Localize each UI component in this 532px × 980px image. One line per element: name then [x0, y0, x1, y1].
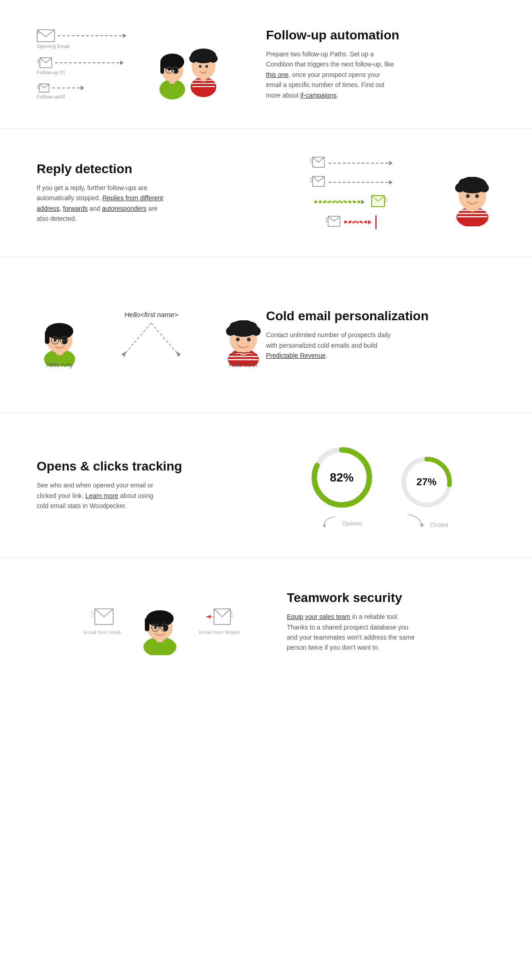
opens-clicks-text: Opens & clicks tracking See who and when…	[37, 459, 266, 511]
reply-arrow-4	[344, 220, 372, 224]
svg-point-36	[205, 65, 208, 68]
svg-marker-103	[420, 524, 424, 527]
follow-up-illustration: Opening Email	[37, 27, 266, 101]
teamwork-title: Teamwork security	[287, 591, 495, 605]
svg-rect-114	[145, 618, 149, 631]
amy-label: Hello Amy	[46, 361, 73, 368]
svg-point-35	[199, 65, 202, 68]
clicked-donut: 27%	[397, 452, 456, 512]
reply-flow-diagram	[266, 157, 436, 229]
predictable-revenue-link[interactable]: Predictable Revenue	[266, 352, 326, 359]
svg-marker-122	[207, 615, 211, 619]
learn-more-link[interactable]: Learn more	[86, 492, 119, 499]
svg-marker-81	[121, 351, 126, 357]
stop-indicator	[375, 215, 377, 229]
svg-marker-100	[323, 523, 325, 528]
reply-title: Reply detection	[37, 162, 266, 176]
reply-arrow-3	[314, 200, 365, 204]
reply-arrow-2	[329, 180, 393, 185]
clicked-chart-group: 27% Clicked	[397, 452, 456, 530]
reply-detection-section: Reply detection If you get a reply, furt…	[0, 129, 532, 257]
cold-email-description: Contact unlimited number of prospects da…	[266, 330, 395, 361]
envelope-r1	[309, 157, 325, 170]
clicked-label: Clicked	[430, 522, 448, 528]
svg-line-80	[151, 323, 179, 355]
opens-clicks-description: See who and when opened your email or cl…	[37, 480, 165, 511]
svg-point-78	[63, 339, 66, 342]
characters-svg	[149, 27, 223, 101]
characters-illustration	[149, 27, 223, 101]
envelope-wojtek	[206, 608, 233, 627]
teamwork-description: Equip your sales team in a reliable tool…	[287, 612, 415, 653]
follow-up-description: Prepare two follow-up Paths. Set up a Co…	[266, 49, 395, 100]
cold-email-text: Cold email personalization Contact unlim…	[266, 309, 496, 361]
john-character-personalization: Hello John	[220, 302, 266, 368]
svg-point-95	[252, 327, 261, 336]
cold-email-title: Cold email personalization	[266, 309, 496, 323]
opens-clicks-title: Opens & clicks tracking	[37, 459, 266, 474]
flow-label-3: Folllow-up#2	[37, 94, 65, 99]
cold-email-section: Hello Amy Hello<first name>	[0, 257, 532, 413]
svg-point-67	[475, 194, 479, 198]
if-campaigns-link[interactable]: if-campaigns	[300, 92, 336, 99]
follow-up-text: Follow-up automation Prepare two follow-…	[266, 28, 496, 100]
teamwork-section: Email from Vovik	[0, 558, 532, 686]
cold-email-illustration: Hello Amy Hello<first name>	[37, 285, 266, 385]
flow-label-2: Follow-up #1	[37, 70, 66, 75]
email-vovik: Email from Vovik	[84, 608, 121, 635]
email-flow-diagram: Opening Email	[37, 29, 126, 99]
envelope-vovik	[91, 608, 114, 627]
forwards-link[interactable]: forwards	[63, 205, 88, 212]
reply-row-2	[309, 176, 393, 189]
reply-row-4	[325, 215, 377, 229]
arrow-2	[55, 60, 124, 65]
this-one-link[interactable]: this one	[266, 71, 289, 78]
reply-text: Reply detection If you get a reply, furt…	[37, 162, 266, 224]
arrow-1	[58, 33, 126, 38]
envelope-reply	[371, 195, 388, 209]
svg-line-79	[124, 323, 151, 355]
teamwork-illustration: Email from Vovik	[37, 586, 287, 657]
hello-template: Hello<first name>	[124, 311, 178, 318]
opens-clicks-section: Opens & clicks tracking See who and when…	[0, 413, 532, 558]
follow-up-desc-text: Prepare two follow-up Paths. Set up a Co…	[266, 50, 394, 68]
amy-character-teamwork	[135, 586, 185, 657]
svg-point-20	[168, 69, 170, 71]
svg-point-71	[46, 323, 73, 339]
reply-illustration	[266, 157, 496, 229]
clicked-arrow-label: Clicked	[405, 514, 448, 530]
opened-chart-group: 82% Opened	[305, 441, 378, 530]
donut-charts: 82% Opened	[266, 441, 496, 530]
autoresponders-link[interactable]: autoresponders	[102, 205, 146, 212]
vovik-label: Email from Vovik	[84, 630, 121, 635]
arrow-3	[52, 86, 84, 90]
svg-point-97	[247, 338, 251, 341]
envelope-followup2	[37, 83, 49, 93]
follow-up-title: Follow-up automation	[266, 28, 496, 43]
follow-up-desc-end: .	[337, 92, 339, 99]
envelope-followup1	[37, 57, 52, 68]
svg-marker-82	[176, 351, 181, 357]
john-character-reply	[450, 158, 495, 228]
svg-point-34	[209, 55, 218, 63]
reply-arrow-1	[329, 161, 393, 165]
reply-row-3	[314, 195, 388, 209]
envelope-r2	[309, 176, 325, 189]
equip-sales-team-link[interactable]: Equip your sales team	[287, 613, 351, 620]
svg-point-77	[54, 339, 56, 342]
svg-point-113	[146, 610, 174, 627]
svg-rect-72	[45, 330, 49, 344]
teamwork-text: Teamwork security Equip your sales team …	[287, 591, 495, 653]
wojtek-label: Email from Wojtek	[199, 630, 240, 635]
personalization-center: Hello<first name>	[92, 311, 211, 360]
email-wojtek: Email from Wojtek	[199, 608, 240, 635]
opened-donut: 82%	[305, 441, 378, 514]
amy-character: Hello Amy	[37, 302, 82, 368]
opened-arrow-label: Opened	[322, 516, 362, 530]
follow-up-section: Opening Email	[0, 0, 532, 129]
svg-point-119	[154, 626, 157, 629]
charts-area: 82% Opened	[266, 441, 496, 530]
svg-point-96	[236, 338, 240, 341]
reply-row-1	[309, 157, 393, 170]
opened-value: 82%	[330, 471, 354, 485]
